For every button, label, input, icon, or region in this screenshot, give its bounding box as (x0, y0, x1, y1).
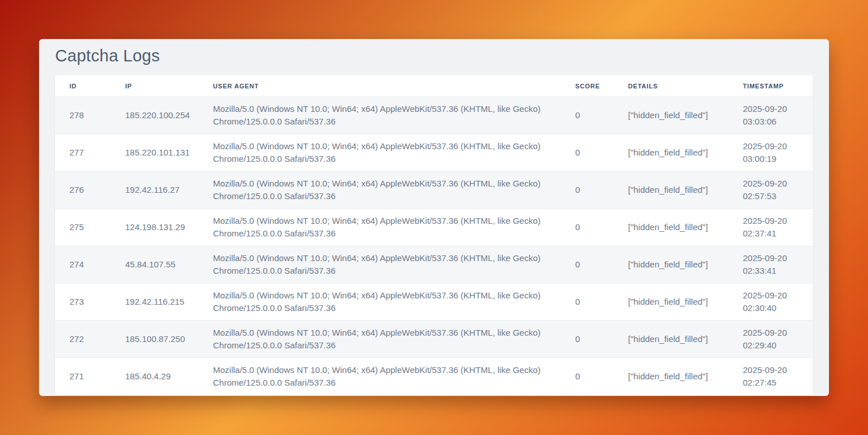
table-row: 276192.42.116.27Mozilla/5.0 (Windows NT … (55, 172, 813, 209)
column-header-score: SCORE (561, 75, 614, 97)
cell-user_agent: Mozilla/5.0 (Windows NT 10.0; Win64; x64… (199, 321, 561, 358)
cell-ip: 185.220.100.254 (111, 97, 199, 134)
column-header-user_agent: USER AGENT (199, 75, 561, 97)
cell-id: 271 (55, 358, 111, 395)
column-header-timestamp: TIMESTAMP (728, 75, 813, 97)
cell-timestamp: 2025-09-20 02:37:41 (728, 209, 813, 246)
cell-id: 278 (55, 97, 111, 134)
cell-user_agent: Mozilla/5.0 (Windows NT 10.0; Win64; x64… (199, 209, 561, 246)
cell-details: ["hidden_field_filled"] (614, 172, 728, 209)
column-header-ip: IP (111, 75, 199, 97)
cell-id: 275 (55, 209, 111, 246)
cell-timestamp: 2025-09-20 03:03:06 (728, 97, 813, 134)
cell-user_agent: Mozilla/5.0 (Windows NT 10.0; Win64; x64… (199, 358, 561, 395)
cell-score: 0 (561, 97, 614, 134)
cell-id: 277 (55, 134, 111, 172)
cell-details: ["hidden_field_filled"] (614, 97, 728, 134)
table-row: 271185.40.4.29Mozilla/5.0 (Windows NT 10… (55, 358, 813, 395)
cell-score: 0 (561, 358, 614, 395)
cell-score: 0 (561, 209, 614, 246)
table-head: IDIPUSER AGENTSCOREDETAILSTIMESTAMP (55, 75, 813, 97)
cell-ip: 185.100.87.250 (111, 321, 199, 358)
cell-details: ["hidden_field_filled"] (614, 283, 728, 321)
cell-timestamp: 2025-09-20 02:29:40 (728, 321, 813, 358)
cell-ip: 185.40.4.29 (111, 358, 199, 395)
cell-user_agent: Mozilla/5.0 (Windows NT 10.0; Win64; x64… (199, 283, 561, 321)
captcha-logs-table: IDIPUSER AGENTSCOREDETAILSTIMESTAMP 2781… (55, 75, 813, 395)
cell-details: ["hidden_field_filled"] (614, 209, 728, 246)
cell-ip: 192.42.116.215 (111, 283, 199, 321)
cell-score: 0 (561, 321, 614, 358)
table-row: 275124.198.131.29Mozilla/5.0 (Windows NT… (55, 209, 813, 246)
table-body: 278185.220.100.254Mozilla/5.0 (Windows N… (55, 97, 813, 395)
cell-timestamp: 2025-09-20 02:33:41 (728, 246, 813, 283)
cell-ip: 45.84.107.55 (111, 246, 199, 283)
cell-timestamp: 2025-09-20 03:00:19 (728, 134, 813, 172)
cell-user_agent: Mozilla/5.0 (Windows NT 10.0; Win64; x64… (199, 246, 561, 283)
captcha-logs-card: Captcha Logs IDIPUSER AGENTSCOREDETAILST… (39, 39, 829, 396)
cell-score: 0 (561, 172, 614, 209)
cell-id: 272 (55, 321, 111, 358)
cell-timestamp: 2025-09-20 02:27:45 (728, 358, 813, 395)
cell-timestamp: 2025-09-20 02:57:53 (728, 172, 813, 209)
logs-table-container: IDIPUSER AGENTSCOREDETAILSTIMESTAMP 2781… (55, 75, 813, 395)
cell-ip: 192.42.116.27 (111, 172, 199, 209)
cell-timestamp: 2025-09-20 02:30:40 (728, 283, 813, 321)
cell-ip: 185.220.101.131 (111, 134, 199, 172)
cell-details: ["hidden_field_filled"] (614, 358, 728, 395)
table-row: 273192.42.116.215Mozilla/5.0 (Windows NT… (55, 283, 813, 321)
table-header-row: IDIPUSER AGENTSCOREDETAILSTIMESTAMP (55, 75, 813, 97)
table-row: 272185.100.87.250Mozilla/5.0 (Windows NT… (55, 321, 813, 358)
cell-score: 0 (561, 246, 614, 283)
cell-id: 273 (55, 283, 111, 321)
table-row: 27445.84.107.55Mozilla/5.0 (Windows NT 1… (55, 246, 813, 283)
cell-id: 274 (55, 246, 111, 283)
cell-details: ["hidden_field_filled"] (614, 321, 728, 358)
cell-id: 276 (55, 172, 111, 209)
table-row: 278185.220.100.254Mozilla/5.0 (Windows N… (55, 97, 813, 134)
cell-score: 0 (561, 283, 614, 321)
cell-details: ["hidden_field_filled"] (614, 246, 728, 283)
cell-ip: 124.198.131.29 (111, 209, 199, 246)
table-row: 277185.220.101.131Mozilla/5.0 (Windows N… (55, 134, 813, 172)
column-header-details: DETAILS (614, 75, 728, 97)
page-title: Captcha Logs (55, 46, 813, 66)
column-header-id: ID (55, 75, 111, 97)
cell-details: ["hidden_field_filled"] (614, 134, 728, 172)
cell-score: 0 (561, 134, 614, 172)
cell-user_agent: Mozilla/5.0 (Windows NT 10.0; Win64; x64… (199, 134, 561, 172)
cell-user_agent: Mozilla/5.0 (Windows NT 10.0; Win64; x64… (199, 172, 561, 209)
cell-user_agent: Mozilla/5.0 (Windows NT 10.0; Win64; x64… (199, 97, 561, 134)
